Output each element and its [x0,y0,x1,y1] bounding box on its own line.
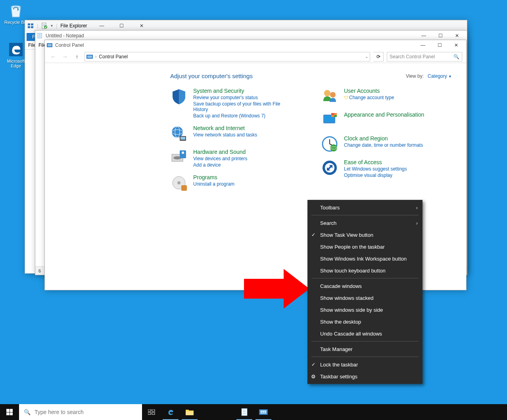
category-item: User Accounts🛡Change account type [321,88,444,105]
taskbar[interactable]: 🔍 Type here to search [0,404,507,420]
file-explorer-title: File Explorer [60,23,87,29]
task-view-button[interactable] [142,404,161,420]
quickaccess-icon[interactable] [27,23,34,29]
svg-rect-28 [181,185,187,191]
category-sublink[interactable]: Save backup copies of your files with Fi… [193,101,293,112]
start-button[interactable] [0,404,19,420]
desktop-icon-label: Recycle Bin [4,20,28,25]
context-menu-item[interactable]: Show the desktop [307,316,422,328]
up-button[interactable]: ↑ [73,54,81,60]
category-link[interactable]: Appearance and Personalisation [344,111,424,118]
category-icon [170,174,188,192]
context-menu-item[interactable]: Show Task View button✓ [307,229,422,241]
category-sublink[interactable]: Add a device [193,162,248,168]
category-link[interactable]: System and Security [193,88,293,94]
taskbar-app-file-explorer[interactable] [180,404,199,420]
context-menu-item[interactable]: Cascade windows [307,280,422,292]
context-menu-item[interactable]: Toolbars› [307,201,422,213]
chevron-down-icon[interactable]: ⌄ [365,54,368,59]
taskbar-search[interactable]: 🔍 Type here to search [19,404,142,420]
desktop-icon-edge[interactable]: Microsoft Edge [4,41,28,68]
svg-point-17 [172,127,183,138]
category-icon [170,149,188,166]
desktop-icon-label: Microsoft Edge [4,59,28,68]
menu-separator [311,341,419,341]
context-menu-item[interactable]: Undo Cascade all windows [307,328,422,339]
svg-rect-34 [331,113,334,115]
context-menu-item[interactable]: Show People on the taskbar [307,241,422,253]
category-link[interactable]: Clock and Region [344,135,423,142]
category-sublink[interactable]: Optimise visual display [344,173,407,178]
minimize-button[interactable]: — [94,21,110,31]
notepad-icon [37,33,43,39]
properties-icon[interactable] [41,23,48,29]
svg-rect-49 [242,408,247,416]
menu-separator [311,357,419,357]
notepad-status-text: 6 [38,268,41,273]
chevron-right-icon: › [416,205,418,211]
view-by-dropdown[interactable]: Category ▼ [428,73,452,79]
category-icon [321,88,338,105]
svg-rect-47 [152,412,155,414]
taskbar-app-edge[interactable] [161,404,180,420]
control-panel-title: Control Panel [55,42,84,48]
category-link[interactable]: Programs [193,174,234,180]
category-sublink[interactable]: Change date, time or number formats [344,142,423,148]
address-bar[interactable]: › Control Panel ⌄ [84,52,370,61]
notepad-title: Untitled - Notepad [46,33,84,38]
category-link[interactable]: User Accounts [344,88,394,94]
forward-button[interactable]: → [61,53,69,60]
svg-rect-45 [152,409,155,411]
svg-marker-43 [244,269,309,309]
taskbar-context-menu[interactable]: Toolbars›Search›Show Task View button✓Sh… [307,200,422,384]
category-sublink[interactable]: Let Windows suggest settings [344,166,407,172]
taskbar-app-control-panel[interactable] [254,404,273,420]
minimize-button[interactable]: — [415,40,431,50]
svg-rect-14 [48,44,52,46]
divider: | [37,23,38,29]
category-icon [170,125,188,142]
taskbar-app-notepad[interactable] [235,404,254,420]
chevron-down-icon: ▼ [448,75,452,79]
category-item: Appearance and Personalisation [321,111,444,129]
context-menu-item[interactable]: Show windows stacked [307,292,422,304]
close-button[interactable]: ✕ [133,21,150,31]
search-input[interactable]: Search Control Panel 🔍 [387,52,462,61]
category-link[interactable]: Hardware and Sound [193,149,248,155]
svg-point-27 [177,181,181,184]
category-icon [321,135,338,153]
breadcrumb[interactable]: Control Panel [99,54,128,59]
context-menu-item[interactable]: Search› [307,217,422,229]
category-item: System and SecurityReview your computer'… [170,88,293,119]
refresh-button[interactable]: ⟳ [373,52,384,61]
close-button[interactable]: ✕ [448,40,465,50]
category-sublink[interactable]: Review your computer's status [193,95,293,100]
chevron-down-icon[interactable]: ▾ [51,23,53,28]
view-by-label: View by: [406,73,424,79]
category-link[interactable]: Network and Internet [193,125,257,131]
control-panel-titlebar[interactable]: Control Panel — ☐ ✕ [45,40,466,50]
windows-logo-icon [6,409,13,415]
back-button[interactable]: ← [49,53,58,60]
control-panel-icon [46,42,53,48]
search-placeholder: Type here to search [35,409,84,415]
recycle-bin-icon [8,2,24,19]
page-heading: Adjust your computer's settings [170,73,253,79]
context-menu-item[interactable]: Show touch keyboard button [307,265,422,276]
context-menu-item[interactable]: Lock the taskbar✓ [307,359,422,370]
context-menu-item[interactable]: Show windows side by side [307,304,422,316]
context-menu-item[interactable]: Show Windows Ink Workspace button [307,253,422,265]
maximize-button[interactable]: ☐ [113,21,130,31]
desktop-icon-recycle-bin[interactable]: Recycle Bin [4,2,28,25]
chevron-right-icon[interactable]: › [95,54,96,59]
category-link[interactable]: Ease of Access [344,159,407,165]
search-placeholder: Search Control Panel [390,54,435,59]
maximize-button[interactable]: ☐ [431,40,448,50]
context-menu-item[interactable]: Taskbar settings⚙ [307,370,422,382]
category-sublink[interactable]: View devices and printers [193,156,248,161]
category-sublink[interactable]: 🛡Change account type [344,95,394,100]
context-menu-item[interactable]: Task Manager [307,343,422,355]
category-sublink[interactable]: Uninstall a program [193,181,234,187]
category-sublink[interactable]: Back up and Restore (Windows 7) [193,113,293,119]
category-sublink[interactable]: View network status and tasks [193,132,257,138]
